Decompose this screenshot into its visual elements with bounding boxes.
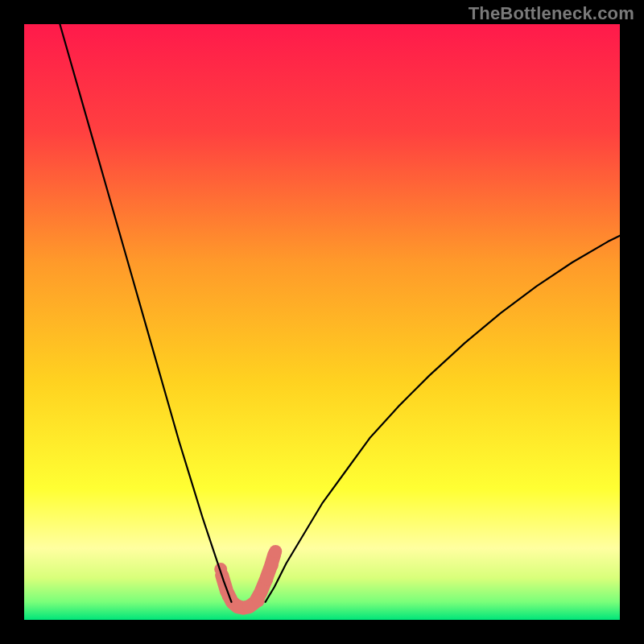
gradient-background [24,24,620,620]
marker-dot [266,559,279,572]
chart-svg [24,24,620,620]
marker-dot [269,545,282,558]
watermark-text: TheBottleneck.com [469,3,634,24]
plot-area [24,24,620,620]
marker-dot [260,573,273,586]
marker-dot [252,594,265,607]
chart-frame: TheBottleneck.com [0,0,644,644]
